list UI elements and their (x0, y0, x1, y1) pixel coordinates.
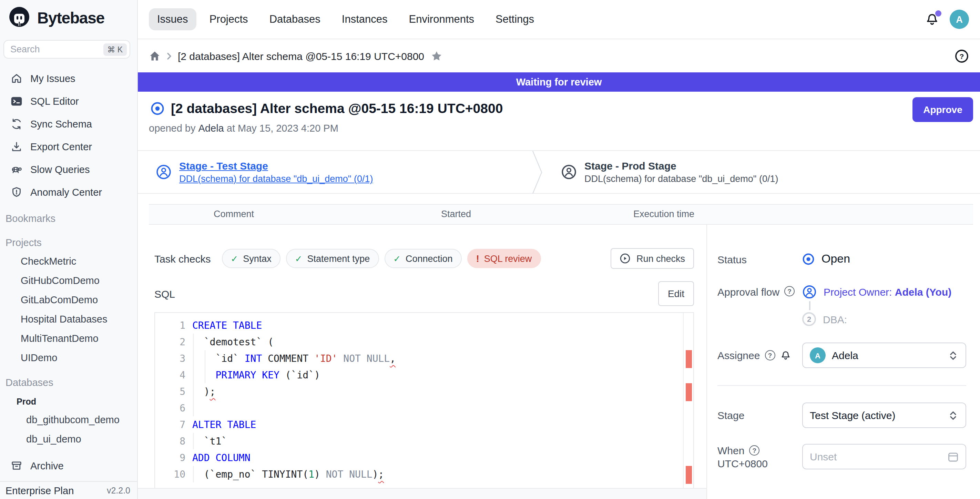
approval-role: Project Owner: (824, 286, 892, 298)
subscribe-bell-icon[interactable] (780, 350, 791, 361)
code-token: ) (372, 469, 379, 480)
task-checks-row: Task checks ✓ Syntax ✓ Statement type ✓ (154, 248, 694, 269)
tab-instances[interactable]: Instances (334, 8, 396, 30)
code-token: 1 (309, 469, 314, 480)
check-pass-icon: ✓ (295, 253, 302, 264)
edit-sql-button[interactable]: Edit (658, 281, 694, 306)
code-line: 1 CREATE TABLE (155, 317, 693, 334)
tab-databases[interactable]: Databases (261, 8, 329, 30)
line-number: 7 (155, 416, 185, 433)
sidebar-project-checkmetric[interactable]: CheckMetric (0, 251, 137, 271)
assignee-label: Assignee (718, 350, 760, 361)
run-checks-label: Run checks (636, 253, 685, 264)
issue-meta: opened by Adela at May 15, 2023 4:20 PM (149, 123, 969, 134)
sidebar-section-projects[interactable]: Projects (0, 233, 137, 251)
code-token: (`emp_no` TINYINT( (192, 469, 309, 480)
sql-section-header: SQL Edit (154, 281, 694, 306)
column-comment: Comment (214, 205, 254, 224)
issue-header: [2 databases] Alter schema @05-15 16:19 … (138, 92, 980, 150)
line-number: 3 (155, 350, 185, 367)
check-statement-type[interactable]: ✓ Statement type (286, 249, 379, 268)
brand-logo[interactable]: Bytebase (0, 0, 137, 36)
sidebar-project-multitenantdemo[interactable]: MultiTenantDemo (0, 329, 137, 348)
stage-value: Test Stage (active) (810, 409, 895, 421)
sidebar-project-gitlabcomdemo[interactable]: GitLabComDemo (0, 290, 137, 310)
step-number-badge: 2 (802, 312, 816, 326)
stage-card-test[interactable]: Stage - Test Stage DDL(schema) for datab… (138, 160, 532, 184)
chevron-updown-icon (948, 410, 959, 421)
tab-settings[interactable]: Settings (487, 8, 542, 30)
home-breadcrumb-icon[interactable] (149, 50, 161, 62)
search-input[interactable]: Search ⌘ K (3, 40, 130, 59)
question-icon[interactable]: ? (765, 350, 775, 361)
sidebar-item-sql-editor[interactable]: SQL Editor (0, 90, 137, 112)
code-token: PRIMARY KEY (215, 369, 279, 380)
star-icon[interactable] (430, 50, 442, 62)
breadcrumb: [2 databases] Alter schema @05-15 16:19 … (138, 39, 980, 72)
line-number: 4 (155, 367, 185, 383)
line-number: 1 (155, 317, 185, 334)
question-icon[interactable]: ? (749, 445, 759, 455)
run-checks-button[interactable]: Run checks (611, 248, 694, 269)
stage-subtitle: DDL(schema) for database "db_ui_demo" (0… (584, 174, 778, 184)
code-token: CREATE TABLE (192, 320, 262, 331)
check-connection[interactable]: ✓ Connection (384, 249, 461, 268)
issue-title: [2 databases] Alter schema @05-15 16:19 … (171, 101, 503, 116)
when-placeholder: Unset (810, 451, 837, 462)
approval-step-1[interactable]: Project Owner: Adela (You) (802, 284, 951, 299)
assignee-select[interactable]: A Adela (802, 343, 966, 368)
check-sql-review[interactable]: ! SQL review (467, 249, 541, 268)
tab-projects[interactable]: Projects (201, 8, 256, 30)
code-line: 6 (155, 400, 693, 416)
code-line: 3 `id` INT COMMENT 'ID' NOT NULL, (155, 350, 693, 367)
check-syntax[interactable]: ✓ Syntax (221, 249, 280, 268)
code-line: 9 ADD COLUMN (155, 450, 693, 466)
sidebar-item-anomaly-center[interactable]: Anomaly Center (0, 181, 137, 203)
issue-sidebar: Status Open Approval flow ? (707, 225, 980, 499)
stage-card-prod[interactable]: Stage - Prod Stage DDL(schema) for datab… (543, 160, 778, 184)
sidebar-item-sync-schema[interactable]: Sync Schema (0, 112, 137, 135)
question-icon[interactable]: ? (784, 286, 795, 296)
sidebar-section-databases[interactable]: Databases (0, 373, 137, 391)
line-number: 10 (155, 466, 185, 483)
editor-overview-ruler[interactable] (683, 313, 693, 489)
approve-button[interactable]: Approve (912, 97, 973, 122)
user-avatar[interactable]: A (950, 10, 969, 29)
check-pass-icon: ✓ (231, 253, 238, 264)
when-label: When (718, 444, 744, 456)
approval-connector (809, 301, 810, 310)
sql-editor[interactable]: 1 CREATE TABLE 2 `demotest` ( 3 `id` INT… (154, 312, 694, 490)
line-number: 6 (155, 400, 185, 416)
sidebar-item-slow-queries[interactable]: Slow Queries (0, 158, 137, 181)
stage-select[interactable]: Test Stage (active) (802, 402, 966, 428)
code-token: ALTER TABLE (192, 419, 256, 430)
sidebar-project-githubcomdemo[interactable]: GitHubComDemo (0, 271, 137, 290)
opened-time: May 15, 2023 4:20 PM (238, 123, 338, 134)
sidebar-section-bookmarks[interactable]: Bookmarks (0, 209, 137, 227)
sidebar-db-ui-demo[interactable]: db_ui_demo (0, 429, 137, 449)
sidebar-item-export-center[interactable]: Export Center (0, 135, 137, 158)
when-timezone: UTC+0800 (718, 457, 768, 469)
sidebar-project-uidemo[interactable]: UIDemo (0, 348, 137, 367)
indent-guide (193, 383, 194, 400)
sidebar-item-my-issues[interactable]: My Issues (0, 67, 137, 90)
indent-guide (193, 350, 194, 367)
approval-user: Adela (You) (895, 286, 951, 298)
sidebar-db-githubcom-demo[interactable]: db_githubcom_demo (0, 410, 137, 429)
help-icon[interactable]: ? (955, 49, 969, 63)
code-line: 4 PRIMARY KEY (`id`) (155, 367, 693, 383)
home-icon (10, 72, 23, 84)
tab-issues[interactable]: Issues (149, 8, 196, 30)
tab-environments[interactable]: Environments (401, 8, 483, 30)
line-number: 5 (155, 383, 185, 400)
sidebar-item-label: My Issues (30, 73, 75, 84)
indent-guide (193, 367, 194, 383)
person-circle-icon (802, 284, 817, 299)
code-token: `demotest` ( (192, 336, 274, 347)
sidebar-project-hospital-databases[interactable]: Hospital Databases (0, 310, 137, 329)
issue-author: Adela (199, 123, 224, 134)
stage-select-row: Stage Test Stage (active) (718, 402, 966, 428)
sidebar-item-archive[interactable]: Archive (0, 454, 137, 477)
notifications-button[interactable] (925, 12, 939, 27)
when-datetime-input[interactable]: Unset (802, 444, 966, 469)
